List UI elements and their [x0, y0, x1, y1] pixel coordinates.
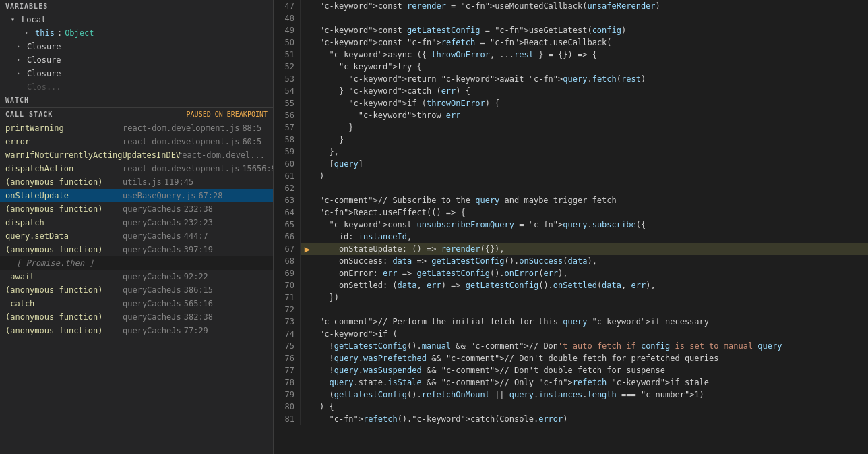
code-line[interactable]: 51 "c-keyword">async ({ throwOnError, ..…	[274, 49, 868, 61]
code-line[interactable]: 50"c-keyword">const "c-fn">refetch = "c-…	[274, 36, 868, 49]
code-line[interactable]: 80) {	[274, 401, 868, 413]
stack-fn: (anonymous function)	[5, 244, 120, 256]
code-line[interactable]: 54 } "c-keyword">catch (err) {	[274, 85, 868, 97]
code-line[interactable]: 73"c-comment">// Perform the initial fet…	[274, 316, 868, 328]
gutter: ▶	[301, 243, 314, 255]
gutter	[301, 231, 314, 243]
stack-item[interactable]: dispatchActionreact-dom.development.js15…	[0, 162, 273, 175]
stack-file: react-dom.development.js	[123, 163, 239, 175]
local-scope[interactable]: ▾ Local	[0, 13, 273, 26]
stack-item[interactable]: query.setDataqueryCacheJs444:7	[0, 229, 273, 243]
gutter	[301, 61, 314, 73]
closure-3[interactable]: › Closure	[0, 67, 273, 80]
stack-item[interactable]: warnIfNotCurrentlyActingUpdatesInDEVreac…	[0, 148, 273, 162]
chevron-right-icon: ›	[16, 67, 24, 80]
stack-line: 88:5	[242, 122, 261, 134]
gutter	[301, 134, 314, 146]
code-lines: 47"c-keyword">const rerender = "c-fn">us…	[274, 0, 868, 425]
line-content: "c-keyword">throw err	[314, 109, 868, 121]
code-line[interactable]: 72	[274, 304, 868, 316]
line-number: 63	[274, 194, 301, 206]
line-content	[314, 12, 868, 24]
code-line[interactable]: 74"c-keyword">if (	[274, 328, 868, 340]
code-line[interactable]: 63"c-comment">// Subscribe to the query …	[274, 194, 868, 206]
code-line[interactable]: 81 "c-fn">refetch()."c-keyword">catch(Co…	[274, 413, 868, 425]
line-number: 74	[274, 328, 301, 340]
line-number: 68	[274, 255, 301, 267]
code-line[interactable]: 75 !getLatestConfig().manual && "c-comme…	[274, 340, 868, 352]
gutter	[301, 328, 314, 340]
code-line[interactable]: 69 onError: err => getLatestConfig().onE…	[274, 267, 868, 279]
variables-section: VARIABLES ▾ Local › this : Object › Clos…	[0, 0, 273, 107]
gutter	[301, 206, 314, 219]
code-line[interactable]: 70 onSettled: (data, err) => getLatestCo…	[274, 279, 868, 291]
code-line[interactable]: 48	[274, 12, 868, 24]
stack-item[interactable]: printWarningreact-dom.development.js88:5	[0, 121, 273, 135]
gutter	[301, 401, 314, 413]
code-line[interactable]: 47"c-keyword">const rerender = "c-fn">us…	[274, 0, 868, 12]
stack-file: queryCacheJs	[123, 324, 181, 337]
gutter	[301, 255, 314, 267]
code-line[interactable]: 49"c-keyword">const getLatestConfig = "c…	[274, 24, 868, 36]
code-line[interactable]: 58 }	[274, 134, 868, 146]
this-variable[interactable]: › this : Object	[0, 26, 273, 40]
code-line[interactable]: 78 query.state.isStale && "c-comment">//…	[274, 376, 868, 389]
code-line[interactable]: 65 "c-keyword">const unsubscribeFromQuer…	[274, 219, 868, 231]
code-line[interactable]: 67▶ onStateUpdate: () => rerender({}),	[274, 243, 868, 255]
stack-item[interactable]: [ Promise.then ]	[0, 256, 273, 270]
line-content: },	[314, 146, 868, 158]
code-line[interactable]: 76 !query.wasPrefetched && "c-comment">/…	[274, 352, 868, 364]
stack-item[interactable]: errorreact-dom.development.js60:5	[0, 135, 273, 148]
stack-item[interactable]: dispatchqueryCacheJs232:23	[0, 216, 273, 229]
stack-item[interactable]: (anonymous function)queryCacheJs382:38	[0, 310, 273, 324]
code-line[interactable]: 71 })	[274, 291, 868, 304]
line-content: onStateUpdate: () => rerender({}),	[314, 243, 868, 255]
gutter	[301, 291, 314, 304]
code-line[interactable]: 59 },	[274, 146, 868, 158]
closure-1[interactable]: › Closure	[0, 40, 273, 53]
code-line[interactable]: 77 !query.wasSuspended && "c-comment">//…	[274, 364, 868, 376]
closure-2[interactable]: › Closure	[0, 53, 273, 67]
gutter	[301, 364, 314, 376]
line-content: "c-keyword">const rerender = "c-fn">useM…	[314, 0, 868, 12]
code-line[interactable]: 55 "c-keyword">if (throwOnError) {	[274, 97, 868, 109]
code-line[interactable]: 62	[274, 182, 868, 194]
code-line[interactable]: 56 "c-keyword">throw err	[274, 109, 868, 121]
line-number: 50	[274, 36, 301, 49]
line-content: "c-keyword">const getLatestConfig = "c-f…	[314, 24, 868, 36]
code-area[interactable]: 47"c-keyword">const rerender = "c-fn">us…	[274, 0, 868, 454]
gutter	[301, 279, 314, 291]
line-content: "c-keyword">if (throwOnError) {	[314, 97, 868, 109]
stack-item[interactable]: (anonymous function)queryCacheJs397:19	[0, 243, 273, 256]
gutter	[301, 49, 314, 61]
stack-item[interactable]: onStateUpdateuseBaseQuery.js67:28	[0, 189, 273, 202]
gutter	[301, 73, 314, 85]
line-number: 80	[274, 401, 301, 413]
stack-item[interactable]: (anonymous function)utils.js119:45	[0, 175, 273, 189]
stack-file: react-dom.development.js	[123, 136, 239, 148]
gutter	[301, 85, 314, 97]
stack-fn: _catch	[5, 297, 120, 310]
code-line[interactable]: 57 }	[274, 121, 868, 134]
gutter	[301, 413, 314, 425]
code-line[interactable]: 60 [query]	[274, 158, 868, 170]
code-line[interactable]: 68 onSuccess: data => getLatestConfig().…	[274, 255, 868, 267]
stack-item[interactable]: (anonymous function)queryCacheJs232:38	[0, 202, 273, 216]
stack-fn: printWarning	[5, 122, 120, 134]
variables-header: VARIABLES	[0, 0, 273, 13]
code-line[interactable]: 61)	[274, 170, 868, 182]
paused-badge: PAUSED ON BREAKPOINT	[187, 111, 268, 118]
stack-fn: (anonymous function)	[5, 203, 120, 215]
stack-item[interactable]: (anonymous function)queryCacheJs386:15	[0, 283, 273, 297]
stack-item[interactable]: _awaitqueryCacheJs92:22	[0, 270, 273, 283]
closure-4[interactable]: Clos...	[0, 80, 273, 94]
code-line[interactable]: 79 (getLatestConfig().refetchOnMount || …	[274, 389, 868, 401]
code-line[interactable]: 66 id: instanceId,	[274, 231, 868, 243]
stack-item[interactable]: _catchqueryCacheJs565:16	[0, 297, 273, 310]
code-line[interactable]: 52 "c-keyword">try {	[274, 61, 868, 73]
stack-item[interactable]: (anonymous function)queryCacheJs77:29	[0, 324, 273, 337]
line-number: 59	[274, 146, 301, 158]
stack-line: 60:5	[242, 136, 261, 148]
code-line[interactable]: 53 "c-keyword">return "c-keyword">await …	[274, 73, 868, 85]
code-line[interactable]: 64"c-fn">React.useEffect(() => {	[274, 206, 868, 219]
